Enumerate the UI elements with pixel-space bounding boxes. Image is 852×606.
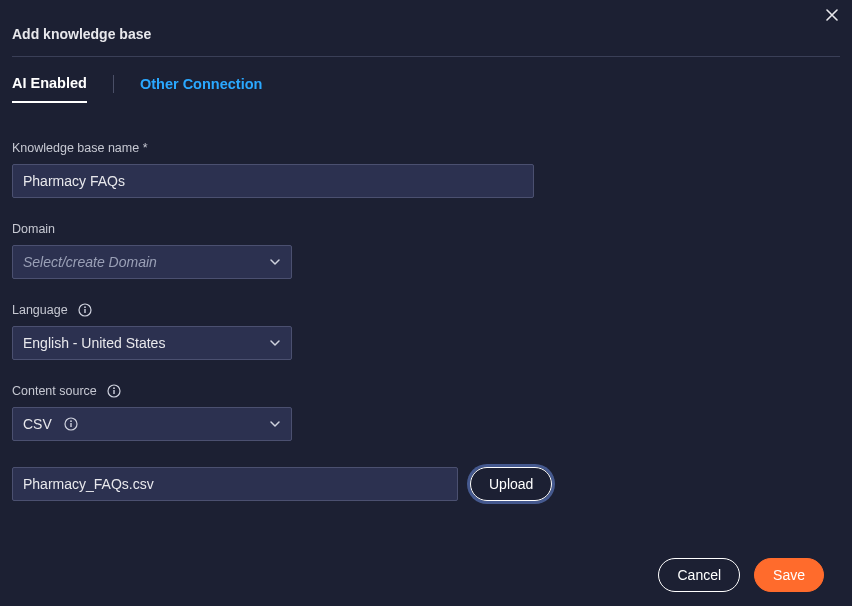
chevron-down-icon: [269, 256, 281, 268]
tab-other-connection[interactable]: Other Connection: [140, 76, 262, 102]
svg-rect-8: [70, 423, 71, 427]
info-icon[interactable]: [107, 384, 121, 398]
tabs: AI Enabled Other Connection: [12, 57, 840, 103]
domain-select[interactable]: Select/create Domain: [12, 245, 292, 279]
save-button[interactable]: Save: [754, 558, 824, 592]
svg-rect-5: [113, 390, 114, 394]
tab-divider: [113, 75, 114, 93]
svg-point-4: [113, 387, 115, 389]
language-select[interactable]: English - United States: [12, 326, 292, 360]
tab-ai-enabled[interactable]: AI Enabled: [12, 75, 87, 103]
content-source-label: Content source: [12, 384, 97, 398]
content-source-value: CSV: [23, 416, 52, 432]
language-label: Language: [12, 303, 68, 317]
domain-label: Domain: [12, 222, 840, 236]
chevron-down-icon: [269, 418, 281, 430]
svg-rect-2: [84, 309, 85, 313]
close-icon[interactable]: [826, 8, 838, 24]
language-value: English - United States: [23, 335, 165, 351]
domain-placeholder: Select/create Domain: [23, 254, 157, 270]
upload-button[interactable]: Upload: [470, 467, 552, 501]
file-name-input[interactable]: Pharmacy_FAQs.csv: [12, 467, 458, 501]
kb-name-label: Knowledge base name *: [12, 141, 840, 155]
svg-point-1: [84, 306, 86, 308]
info-icon[interactable]: [78, 303, 92, 317]
chevron-down-icon: [269, 337, 281, 349]
svg-point-7: [70, 420, 72, 422]
cancel-button[interactable]: Cancel: [658, 558, 740, 592]
info-icon[interactable]: [64, 417, 78, 431]
file-name-value: Pharmacy_FAQs.csv: [23, 476, 154, 492]
content-source-select[interactable]: CSV: [12, 407, 292, 441]
dialog-title: Add knowledge base: [12, 0, 840, 57]
kb-name-input[interactable]: [12, 164, 534, 198]
